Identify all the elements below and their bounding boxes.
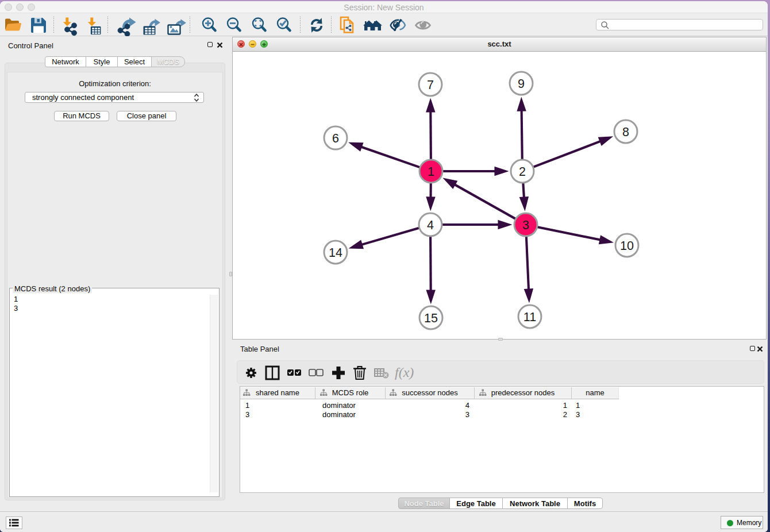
- svg-text:14: 14: [329, 246, 342, 260]
- svg-text:15: 15: [424, 311, 438, 325]
- svg-text:2: 2: [519, 165, 526, 179]
- svg-text:1: 1: [428, 165, 434, 179]
- svg-text:9: 9: [518, 77, 525, 91]
- svg-text:11: 11: [523, 310, 536, 324]
- svg-text:4: 4: [427, 218, 434, 232]
- svg-text:10: 10: [620, 239, 634, 253]
- svg-text:8: 8: [622, 125, 629, 139]
- svg-text:7: 7: [427, 78, 434, 92]
- svg-text:f(x): f(x): [395, 365, 414, 380]
- svg-text:3: 3: [522, 218, 529, 232]
- svg-text:6: 6: [332, 132, 339, 145]
